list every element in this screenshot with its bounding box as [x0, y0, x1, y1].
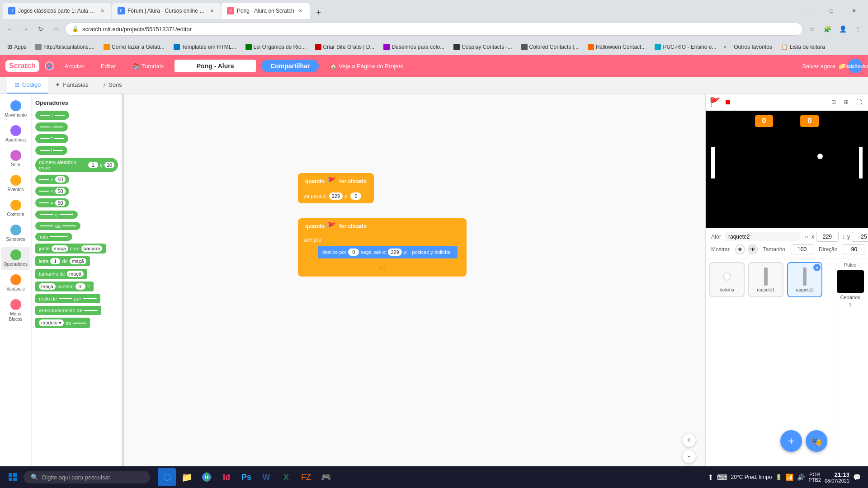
- div-left[interactable]: [40, 150, 50, 151]
- block-or[interactable]: ou: [35, 222, 80, 230]
- block-addition[interactable]: +: [35, 111, 69, 120]
- actor-name-input[interactable]: [725, 232, 800, 241]
- close-window-button[interactable]: ✕: [844, 3, 864, 19]
- sprite-raquete2[interactable]: ✕ raquete2: [787, 262, 822, 297]
- notifications-icon[interactable]: 💬: [853, 474, 861, 481]
- stage-stop-button[interactable]: ⏹: [724, 98, 731, 106]
- taskbar-photoshop[interactable]: Ps: [237, 468, 255, 486]
- block-length[interactable]: tamanho de maçã: [35, 269, 87, 279]
- block-contains[interactable]: maçã contém m ?: [35, 282, 94, 291]
- tutoriais-menu[interactable]: 📚 Tutoriais: [127, 60, 169, 72]
- bookmark-templates[interactable]: Templates em HTML...: [170, 42, 240, 52]
- glide-x[interactable]: 229: [388, 249, 401, 256]
- length-val[interactable]: maçã: [67, 271, 84, 277]
- stage-small-mode[interactable]: ⊡: [828, 97, 839, 108]
- zoom-out-button[interactable]: -: [682, 449, 696, 464]
- save-button[interactable]: Salvar agora: [802, 63, 835, 70]
- tab-sons[interactable]: ♪ Sons: [96, 77, 129, 94]
- event-block-1[interactable]: quando 🚩 for clicado: [298, 173, 374, 189]
- share-button[interactable]: Compartilhar: [261, 60, 319, 72]
- func-val[interactable]: [73, 323, 86, 324]
- taskbar-word[interactable]: W: [257, 468, 275, 486]
- language-selector[interactable]: 🌐: [45, 61, 54, 70]
- palco-thumbnail[interactable]: [837, 270, 864, 293]
- plus-left[interactable]: [40, 115, 50, 116]
- bookmark-outros[interactable]: Outros favoritos: [730, 42, 776, 52]
- new-tab-button[interactable]: +: [312, 6, 325, 19]
- taskbar-indesign[interactable]: Id: [217, 468, 236, 486]
- scratch-logo[interactable]: Scratch: [5, 60, 39, 72]
- div-right[interactable]: [53, 150, 63, 151]
- bookmark-button[interactable]: ☆: [806, 23, 818, 35]
- sprite-raquete1[interactable]: raquete1: [748, 262, 783, 297]
- extensions-button[interactable]: 🧩: [821, 23, 834, 35]
- block-func[interactable]: módulo ▾ de: [35, 318, 90, 328]
- bookmark-biscanlations[interactable]: http://biscanlations....: [32, 42, 98, 52]
- stage-large-mode[interactable]: ⊞: [841, 97, 852, 108]
- tab-2[interactable]: F Fórum | Alura - Cursos online de ... ✕: [112, 3, 221, 19]
- or-right[interactable]: [62, 225, 76, 226]
- times-right[interactable]: [54, 138, 64, 139]
- event-block-2[interactable]: quando 🚩 for clicado: [298, 218, 467, 234]
- project-name[interactable]: Pong - Alura: [175, 60, 256, 72]
- block-multiplication[interactable]: *: [35, 134, 68, 143]
- category-controle[interactable]: Controle: [1, 197, 30, 220]
- lt-right[interactable]: 50: [55, 188, 65, 194]
- block-mod[interactable]: resto de por: [35, 294, 100, 303]
- bookmark-apps[interactable]: ⊞ Apps: [4, 42, 30, 52]
- actor-x-input[interactable]: [816, 232, 839, 242]
- block-round[interactable]: arredondamento de: [35, 306, 101, 315]
- sprite-delete-button[interactable]: ✕: [813, 264, 821, 271]
- block-and[interactable]: e: [35, 211, 78, 219]
- taskbar-search[interactable]: 🔍 Digite aqui para pesquisar: [24, 471, 150, 483]
- not-val[interactable]: [50, 236, 68, 237]
- category-meus-blocos[interactable]: Meus Blocos: [1, 296, 30, 325]
- block-letter[interactable]: letra 1 do maçã: [35, 256, 90, 266]
- eq-left[interactable]: [39, 202, 49, 203]
- tab-3[interactable]: S Pong - Alura on Scratch ✕: [222, 3, 310, 19]
- stage-flag-button[interactable]: 🚩: [709, 97, 721, 108]
- letter-val2[interactable]: maçã: [70, 258, 86, 264]
- arrow-up-icon[interactable]: ⬆: [708, 473, 713, 482]
- bookmark-desenhos[interactable]: Desenhos para colo...: [380, 42, 448, 52]
- block-greater-than[interactable]: > 50: [35, 175, 69, 184]
- tab-fantasias[interactable]: ✦ Fantasias: [48, 77, 95, 94]
- plus-right[interactable]: [55, 115, 65, 116]
- block-subtraction[interactable]: -: [35, 122, 68, 131]
- maximize-button[interactable]: □: [821, 3, 842, 19]
- block-join[interactable]: junte maçã com banana: [35, 244, 106, 253]
- bookmark-lei[interactable]: Lei Orgânica de Rio...: [242, 42, 310, 52]
- actor-y-input[interactable]: [852, 232, 868, 242]
- join-val2[interactable]: banana: [81, 245, 103, 252]
- bookmark-lista[interactable]: 📋 Lista de leitura: [778, 42, 829, 52]
- size-input[interactable]: [791, 244, 813, 254]
- more-bookmarks[interactable]: »: [722, 42, 728, 52]
- goto-block[interactable]: vá para x: 229 y: 0: [298, 189, 374, 203]
- category-eventos[interactable]: Eventos: [1, 172, 30, 195]
- back-button[interactable]: ←: [4, 23, 16, 35]
- category-variaveis[interactable]: Variáveis: [1, 272, 30, 295]
- block-equals[interactable]: = 50: [35, 198, 69, 207]
- minimize-button[interactable]: ─: [798, 3, 819, 19]
- minus-left[interactable]: [40, 127, 50, 127]
- add-backdrop-button[interactable]: 🎭: [806, 430, 827, 452]
- letter-val1[interactable]: 1: [50, 258, 60, 264]
- contains-val2[interactable]: m: [75, 283, 85, 290]
- rand-val2[interactable]: 10: [104, 162, 114, 168]
- category-aparencia[interactable]: Aparência: [1, 122, 30, 145]
- join-val1[interactable]: maçã: [52, 245, 68, 252]
- bookmark-cosplay[interactable]: Cosplay Contacts -...: [450, 42, 515, 52]
- scripts-area[interactable]: quando 🚩 for clicado vá para x: 229 y: 0…: [124, 94, 705, 488]
- sprite-bolinha[interactable]: bolinha: [709, 262, 745, 297]
- tab-3-close[interactable]: ✕: [297, 7, 304, 14]
- gt-left[interactable]: [39, 179, 49, 180]
- taskbar-explorer[interactable]: 📁: [178, 468, 196, 486]
- bookmark-gelati[interactable]: Como fazer a Gelati...: [100, 42, 168, 52]
- page-button[interactable]: 🏠 Veja a Página do Projeto: [324, 60, 409, 72]
- url-bar[interactable]: 🔒 scratch.mit.edu/projects/551518371/edi…: [65, 23, 803, 36]
- start-button[interactable]: [4, 468, 22, 486]
- tab-codigo[interactable]: ⊞ Código: [7, 77, 48, 94]
- goto-x-val[interactable]: 229: [329, 192, 343, 200]
- tab-2-close[interactable]: ✕: [208, 7, 215, 14]
- glide-time[interactable]: 0: [348, 249, 359, 256]
